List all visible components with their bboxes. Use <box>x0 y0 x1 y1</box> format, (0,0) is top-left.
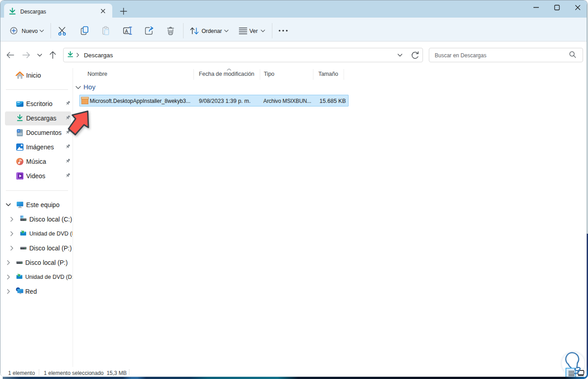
svg-text:A: A <box>125 28 128 34</box>
